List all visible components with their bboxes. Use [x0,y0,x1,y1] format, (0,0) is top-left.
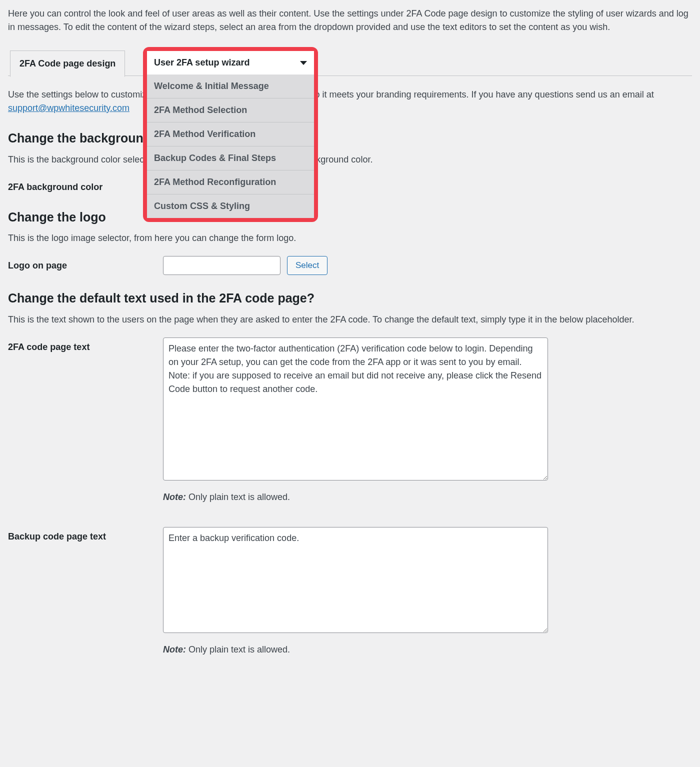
support-email-link[interactable]: support@wpwhitesecurity.com [8,103,130,113]
label-logo-on-page: Logo on page [8,256,163,272]
note-text: Only plain text is allowed. [186,492,290,502]
wizard-dropdown-selected: User 2FA setup wizard [154,58,250,68]
note-text-backup: Only plain text is allowed. [186,644,290,654]
note-backup-code-page-text: Note: Only plain text is allowed. [163,643,692,656]
desc-background-color: This is the background color selector, f… [8,153,692,166]
wizard-dropdown: User 2FA setup wizard Welcome & Initial … [143,47,318,222]
desc-logo: This is the logo image selector, from he… [8,232,692,245]
wizard-dropdown-toggle[interactable]: User 2FA setup wizard [147,51,314,74]
wizard-dropdown-item-method-verification[interactable]: 2FA Method Verification [147,122,314,146]
note-2fa-code-page-text: Note: Only plain text is allowed. [163,490,692,504]
intro-text: Here you can control the look and feel o… [8,7,692,34]
heading-logo: Change the logo [8,208,692,227]
logo-path-input[interactable] [163,256,280,275]
note-label: Note: [163,492,186,502]
tabs-row: 2FA Code page design User 2FA setup wiza… [8,50,692,76]
wizard-dropdown-item-custom-css[interactable]: Custom CSS & Styling [147,194,314,218]
wizard-dropdown-item-backup-codes[interactable]: Backup Codes & Final Steps [147,146,314,170]
backup-code-page-text-textarea[interactable] [163,527,548,633]
wizard-dropdown-list: Welcome & Initial Message 2FA Method Sel… [147,74,314,218]
wizard-dropdown-item-welcome[interactable]: Welcome & Initial Message [147,74,314,98]
wizard-dropdown-item-method-reconfiguration[interactable]: 2FA Method Reconfiguration [147,170,314,194]
heading-background-color: Change the background color [8,129,692,148]
label-backup-code-page-text: Backup code page text [8,527,163,544]
label-2fa-background-color: 2FA background color [8,178,163,194]
label-2fa-code-page-text: 2FA code page text [8,338,163,354]
chevron-down-icon [300,61,307,65]
desc-default-text: This is the text shown to the users on t… [8,313,692,326]
instructions-text: Use the settings below to customize the … [8,88,692,115]
wizard-dropdown-item-method-selection[interactable]: 2FA Method Selection [147,98,314,122]
select-logo-button[interactable]: Select [287,256,328,275]
2fa-code-page-text-textarea[interactable] [163,338,548,480]
tab-2fa-code-page-design[interactable]: 2FA Code page design [10,50,125,77]
instructions-prefix: Use the settings below to customize the … [8,90,654,100]
note-label-backup: Note: [163,644,186,654]
heading-default-text: Change the default text used in the 2FA … [8,289,692,308]
